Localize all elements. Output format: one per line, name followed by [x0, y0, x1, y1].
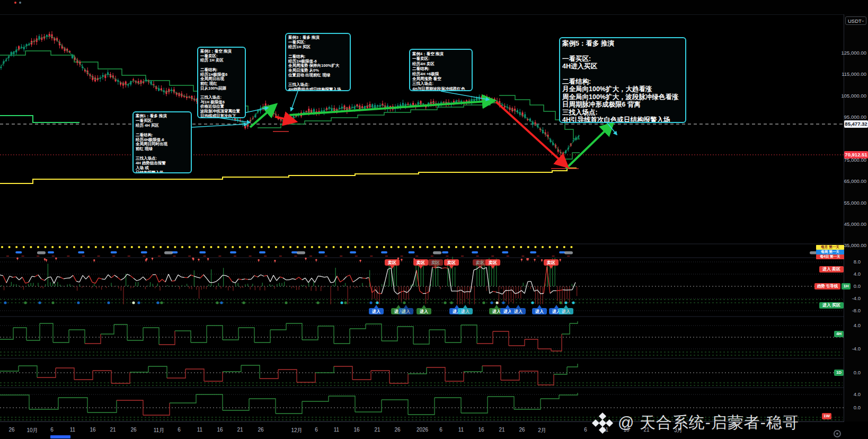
case-box-2[interactable]: 案例2：看空 推演一看卖区:经历 1H 卖区 二看结构:经历1H极限值6全局周日… [197, 47, 246, 118]
currency-selector[interactable]: USDT ⌄ [845, 16, 866, 25]
time-label: 6 [439, 427, 442, 433]
price-tick: 105,000.00 [841, 93, 866, 99]
strip-label: 每月 第一天 [816, 245, 844, 250]
time-label: 26 [258, 427, 263, 433]
sell-zone-marker[interactable]: 卖区 [385, 259, 400, 269]
svg-text:卖区: 卖区 [416, 260, 425, 265]
sell-zone-markers: 卖区卖区卖区卖区卖区卖区卖区 [385, 259, 559, 269]
svg-text:进入: 进入 [561, 309, 571, 314]
bottom-blue-bar [50, 435, 70, 438]
case-line: 三找入场点: [412, 81, 470, 86]
case-line: 4H趋势狙击或日结构报警入场 [288, 87, 348, 91]
time-label: 12月 [291, 427, 302, 434]
sell-zone-marker[interactable]: 卖区 [473, 259, 488, 269]
indicator-tick: 8.0 [854, 259, 861, 265]
case-line [562, 71, 683, 78]
svg-text:卖区: 卖区 [447, 260, 456, 265]
enter-marker[interactable]: 进入 [559, 305, 573, 314]
case-line: 位置启动 出现前红 现绿 [288, 73, 348, 78]
svg-text:进入: 进入 [535, 309, 544, 314]
sell-zone-marker[interactable]: 卖区 [485, 259, 500, 269]
diamond-logo-icon [592, 413, 613, 433]
osc-line-1w [0, 393, 578, 415]
time-label: 21 [374, 427, 380, 433]
indicator-tick: 0.0 [854, 370, 861, 375]
case-box-1[interactable]: 案例1：看多 推演一看买区:经历 4H 买区 二看结构:经历4H极限值-6全局周… [132, 111, 192, 173]
trend-arrows [192, 91, 617, 169]
enter-marker[interactable]: 进入 [369, 305, 384, 314]
time-label: 11 [334, 427, 339, 433]
watermark: @ 天合系统-启蒙者-稳哥 [592, 412, 799, 434]
sell-zone-marker[interactable]: 卖区 [544, 259, 559, 269]
svg-text:卖区: 卖区 [475, 260, 484, 265]
time-label: 16 [478, 427, 484, 433]
time-label: 11 [197, 427, 202, 433]
price-tick: 55,000.00 [844, 200, 866, 206]
badge-1H[interactable]: 1H [842, 283, 851, 289]
time-label: 21 [237, 427, 243, 433]
case-line: 二看结构: [562, 78, 683, 85]
alert-price-label: 70,912.51 [844, 151, 868, 159]
enter-marker[interactable]: 进入 [511, 305, 526, 314]
price-tick: 95,000.00 [844, 114, 866, 120]
time-label: 2月 [538, 427, 546, 434]
badge-趋势引导线[interactable]: 趋势 引导线 [814, 283, 840, 289]
time-label: 26 [130, 427, 136, 433]
osc-line-1d [0, 364, 578, 385]
case-line: 二看结构: [412, 66, 470, 71]
time-label: 6 [178, 427, 181, 433]
enter-marker[interactable]: 进入 [417, 305, 431, 314]
enter-markers: 进入进入进入进入进入进入进入进入进入进入进入进入 [369, 305, 573, 314]
price-tick: 35,000.00 [844, 242, 866, 248]
badge-1W[interactable]: 1W [822, 413, 831, 419]
indicator-tick: 0.0 [854, 283, 861, 289]
case-line: 日均线或日首次向下 [200, 114, 243, 118]
trading-chart-app: 卖区卖区卖区卖区卖区卖区卖区进入进入进入进入进入进入进入进入进入进入进入进入 案… [0, 0, 868, 439]
case-line: 4H进入买区 [562, 63, 683, 70]
time-label: 6 [584, 427, 587, 433]
case-line: 三找入场点: [562, 109, 683, 116]
case-box-4[interactable]: 案例4：看空 推演一看卖区:经历4H 卖区二看结构:经历4H +6极限全局周涨势… [409, 49, 473, 91]
time-label: 11月 [154, 427, 164, 434]
time-label: 16 [90, 427, 95, 433]
badge-进入买区[interactable]: 进入 买区 [819, 302, 844, 309]
time-label: 21 [110, 427, 116, 433]
price-tick: 125,000.00 [841, 50, 866, 56]
badge-1D[interactable]: 1D [834, 370, 844, 376]
svg-text:进入: 进入 [371, 309, 381, 314]
svg-text:进入: 进入 [419, 309, 429, 314]
enter-marker[interactable]: 进入 [398, 305, 413, 314]
case-box-3[interactable]: 案例3：看多 推演一看买区:经历1H 买区 二看结构:经历1H极限值-6全局周涨… [285, 33, 351, 91]
sell-zone-marker[interactable]: 卖区 [428, 259, 443, 269]
badge-进入卖区[interactable]: 进入 卖区 [819, 266, 844, 273]
time-label: 16 [217, 427, 223, 433]
badge-4H[interactable]: 4H [834, 331, 844, 337]
enter-marker[interactable]: 进入 [532, 305, 547, 314]
sell-zone-marker[interactable]: 卖区 [413, 259, 428, 269]
case-line: 经历4H 卖区 [412, 62, 470, 66]
indicator-tick: -4.0 [852, 346, 861, 352]
case-box-5[interactable]: 案例5：看多 推演 一看买区:4H进入买区 二看结构:月全局向100%扩大，大趋… [559, 37, 686, 123]
price-tick: 115,000.00 [842, 71, 866, 77]
indicator-tick: 0.0 [854, 405, 861, 410]
svg-text:进入: 进入 [401, 309, 411, 314]
svg-text:进入: 进入 [513, 309, 523, 314]
indicator-tick: -8.0 [852, 308, 861, 313]
chevron-down-icon: ⌄ [861, 16, 865, 24]
case-line: 周全局向100%扩大，波段脉冲绿色看涨 [562, 93, 683, 101]
time-label: 21 [499, 427, 504, 433]
case-line: 日从100%回踩 [200, 86, 243, 91]
svg-text:卖区: 卖区 [488, 260, 497, 265]
case-line: 月全局向100%扩大，大趋看涨 [562, 85, 683, 93]
case-line: 经历1H 买区 [288, 45, 348, 50]
pane-separators [0, 244, 844, 422]
case-line [562, 47, 683, 55]
logo-circle-icon[interactable] [834, 430, 841, 437]
price-scale[interactable]: USDT ⌄ 125,000.00115,000.00105,000.0095,… [844, 14, 868, 422]
sell-zone-marker[interactable]: 卖区 [444, 259, 459, 269]
case-line: 前红 现绿 [136, 147, 189, 152]
enter-marker[interactable]: 进入 [458, 305, 473, 314]
watermark-text: @ 天合系统-启蒙者-稳哥 [618, 412, 799, 434]
case-line: 一看买区: [562, 55, 683, 63]
time-label: 16 [353, 427, 359, 433]
